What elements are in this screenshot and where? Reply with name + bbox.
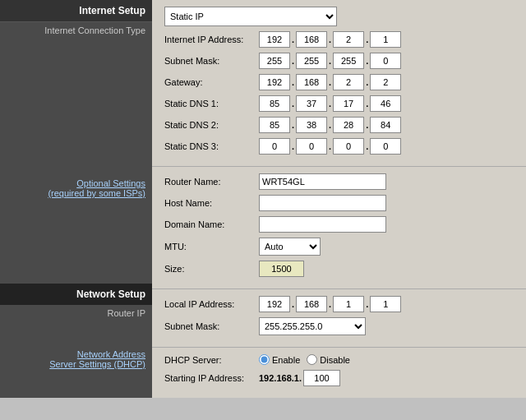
local-ip-o3[interactable] [333,296,364,312]
dns3-label: Static DNS 3: [164,141,259,151]
subnet-mask-label: Subnet Mask: [164,56,259,66]
subnet-o1[interactable] [259,53,290,69]
dns1-row: Static DNS 1: . . . [164,95,514,112]
mtu-select[interactable]: Auto Manual [259,238,321,256]
gateway-o3[interactable] [333,74,364,90]
gateway-label: Gateway: [164,77,259,87]
subnet-o2[interactable] [296,53,327,69]
router-name-row: Router Name: [164,173,514,190]
local-ip-o1[interactable] [259,296,290,312]
gateway-o4[interactable] [370,74,401,90]
dhcp-disable-text: Disable [320,355,350,365]
host-name-row: Host Name: [164,195,514,211]
main-container: Internet Setup Internet Connection Type … [0,0,526,398]
internet-ip-group: . . . [259,31,401,48]
dns2-label: Static DNS 2: [164,120,259,130]
sidebar-internet-spacer [0,39,152,137]
dns2-row: Static DNS 2: . . . [164,117,514,133]
network-section: Local IP Address: . . . Subnet Mask: 255… [152,288,526,347]
internet-setup-header: Internet Setup [0,0,152,22]
sidebar-internet-connection-type: Internet Connection Type [0,22,152,39]
size-input[interactable] [259,261,304,277]
mtu-label: MTU: [164,242,259,252]
sidebar-optional-settings[interactable]: Optional Settings (required by some ISPs… [0,137,152,201]
local-ip-group: . . . [259,296,401,312]
sidebar-dhcp[interactable]: Network Address Server Settings (DHCP) [0,343,152,372]
dhcp-server-row: DHCP Server: Enable Disable [164,354,514,365]
optional-section: Router Name: Host Name: Domain Name: MTU… [152,166,526,288]
dns3-o4[interactable] [370,138,401,155]
dns3-group: . . . [259,138,401,155]
router-name-label: Router Name: [164,177,259,187]
internet-ip-o1[interactable] [259,31,290,48]
dns3-row: Static DNS 3: . . . [164,138,514,155]
size-row: Size: [164,261,514,277]
dns1-o2[interactable] [296,95,327,112]
subnet-mask-row: Subnet Mask: . . . [164,53,514,69]
dhcp-enable-label[interactable]: Enable [259,354,300,365]
connection-type-select[interactable]: Static IP DHCP PPPoE [164,7,337,26]
dns3-o2[interactable] [296,138,327,155]
domain-name-label: Domain Name: [164,219,259,229]
dns1-label: Static DNS 1: [164,99,259,108]
gateway-o1[interactable] [259,74,290,90]
internet-ip-label: Internet IP Address: [164,35,259,44]
sidebar-router-ip: Router IP [0,305,152,343]
dns3-o1[interactable] [259,138,290,155]
internet-section: Static IP DHCP PPPoE Internet IP Address… [152,0,526,166]
subnet-mask-group: . . . [259,53,401,69]
domain-name-input[interactable] [259,216,386,233]
connection-type-row: Static IP DHCP PPPoE [164,7,514,26]
host-name-label: Host Name: [164,198,259,208]
starting-ip-prefix: 192.168.1. [259,373,302,383]
internet-ip-o2[interactable] [296,31,327,48]
dhcp-section: DHCP Server: Enable Disable Starting IP … [152,347,526,398]
starting-ip-label: Starting IP Address: [164,373,259,383]
local-ip-label: Local IP Address: [164,299,259,309]
dns2-o2[interactable] [296,117,327,133]
dhcp-disable-label[interactable]: Disable [307,354,350,365]
local-ip-row: Local IP Address: . . . [164,296,514,312]
sidebar: Internet Setup Internet Connection Type … [0,0,152,398]
internet-ip-o4[interactable] [370,31,401,48]
size-label: Size: [164,264,259,274]
dhcp-enable-radio[interactable] [259,354,270,365]
gateway-o2[interactable] [296,74,327,90]
dhcp-disable-radio[interactable] [307,354,317,365]
subnet-o4[interactable] [370,53,401,69]
dns3-o3[interactable] [333,138,364,155]
dhcp-enable-text: Enable [272,355,300,365]
sidebar-network-setup-header: Network Setup [0,284,152,305]
domain-name-row: Domain Name: [164,216,514,233]
router-name-input[interactable] [259,173,386,190]
local-ip-o4[interactable] [370,296,401,312]
gateway-group: . . . [259,74,401,90]
dns2-o3[interactable] [333,117,364,133]
host-name-input[interactable] [259,195,386,211]
local-ip-o2[interactable] [296,296,327,312]
subnet-o3[interactable] [333,53,364,69]
starting-ip-row: Starting IP Address: 192.168.1. [164,370,514,386]
sidebar-optional-spacer [0,201,152,284]
dns2-o4[interactable] [370,117,401,133]
dns1-o3[interactable] [333,95,364,112]
network-subnet-select[interactable]: 255.255.255.0 255.255.0.0 [259,317,366,335]
dns2-o1[interactable] [259,117,290,133]
dns1-o4[interactable] [370,95,401,112]
dhcp-radio-group: Enable Disable [259,354,350,365]
starting-ip-group: 192.168.1. [259,370,340,386]
content-area: Static IP DHCP PPPoE Internet IP Address… [152,0,526,398]
internet-ip-o3[interactable] [333,31,364,48]
gateway-row: Gateway: . . . [164,74,514,90]
network-subnet-row: Subnet Mask: 255.255.255.0 255.255.0.0 [164,317,514,335]
dns1-o1[interactable] [259,95,290,112]
mtu-row: MTU: Auto Manual [164,238,514,256]
starting-ip-last[interactable] [303,370,340,386]
internet-ip-row: Internet IP Address: . . . [164,31,514,48]
dns2-group: . . . [259,117,401,133]
network-subnet-label: Subnet Mask: [164,321,259,331]
dns1-group: . . . [259,95,401,112]
dhcp-server-label: DHCP Server: [164,355,259,365]
